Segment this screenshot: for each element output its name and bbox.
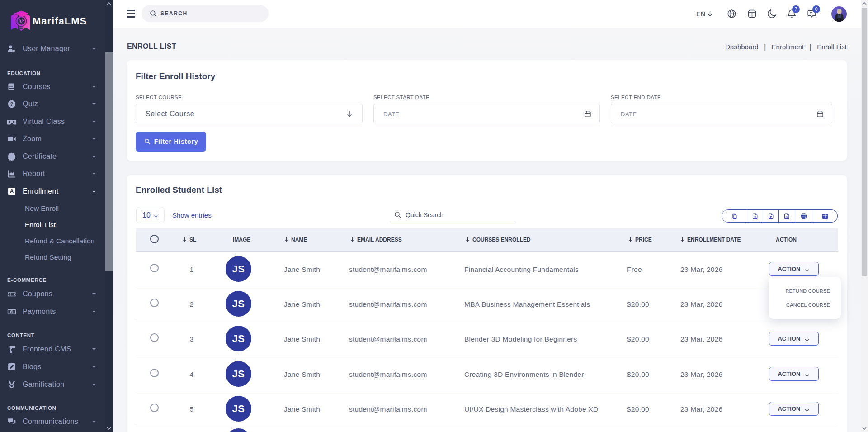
svg-text:?: ? [10, 101, 13, 107]
svg-text:A: A [10, 188, 14, 195]
